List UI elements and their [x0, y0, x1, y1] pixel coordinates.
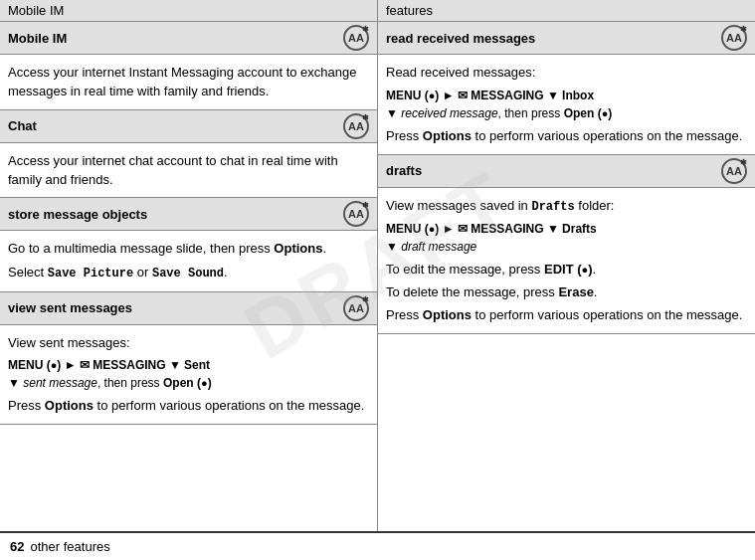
- view-sent-header: view sent messages A ✱: [0, 292, 377, 325]
- chat-icon: A ✱: [343, 113, 369, 139]
- mobile-im-header: Mobile IM A ✱: [0, 22, 377, 55]
- section-view-sent: view sent messages A ✱ View sent message…: [0, 292, 377, 426]
- view-sent-cmd: MENU (●) ► ✉ MESSAGING ▼ Sent ▼ sent mes…: [8, 356, 369, 392]
- left-column: Mobile IM Mobile IM A ✱ Access your inte…: [0, 0, 378, 531]
- drafts-text2: To edit the message, press EDIT (●).: [386, 261, 747, 280]
- section-drafts: drafts A ✱ View messages saved in Drafts…: [378, 155, 755, 334]
- mobile-im-text: Access your internet Instant Messaging a…: [8, 64, 369, 101]
- section-store-message: store message objects A ✱ Go to a multim…: [0, 198, 377, 291]
- chat-title: Chat: [8, 118, 37, 133]
- read-received-icon: A ✱: [721, 25, 747, 51]
- store-message-text1: Go to a multimedia message slide, then p…: [8, 240, 369, 259]
- drafts-body: View messages saved in Drafts folder: ME…: [378, 188, 755, 333]
- view-sent-icon: A ✱: [343, 295, 369, 321]
- store-message-text2: Select Save Picture or Save Sound.: [8, 264, 369, 282]
- drafts-title: drafts: [386, 163, 422, 178]
- store-message-header: store message objects A ✱: [0, 198, 377, 231]
- right-features-header: features: [378, 0, 755, 22]
- chat-text: Access your internet chat account to cha…: [8, 152, 369, 190]
- store-message-icon: A ✱: [343, 201, 369, 227]
- view-sent-body: View sent messages: MENU (●) ► ✉ MESSAGI…: [0, 325, 377, 425]
- drafts-text1: View messages saved in Drafts folder:: [386, 197, 747, 216]
- page-number: 62: [10, 539, 24, 554]
- mobile-im-icon: A ✱: [343, 25, 369, 51]
- section-chat: Chat A ✱ Access your internet chat accou…: [0, 110, 377, 199]
- read-received-cmd: MENU (●) ► ✉ MESSAGING ▼ Inbox ▼ receive…: [386, 87, 747, 122]
- read-received-text2: Press Options to perform various operati…: [386, 127, 747, 146]
- read-received-text1: Read received messages:: [386, 64, 747, 83]
- right-features-label: features: [386, 3, 433, 18]
- mobile-im-title: Mobile IM: [8, 31, 67, 46]
- store-message-body: Go to a multimedia message slide, then p…: [0, 231, 377, 290]
- drafts-cmd: MENU (●) ► ✉ MESSAGING ▼ Drafts ▼ draft …: [386, 220, 747, 256]
- section-mobile-im: Mobile IM A ✱ Access your internet Insta…: [0, 22, 377, 110]
- mobile-im-body: Access your internet Instant Messaging a…: [0, 55, 377, 109]
- read-received-title: read received messages: [386, 31, 535, 46]
- section-read-received: read received messages A ✱ Read received…: [378, 22, 755, 155]
- page-wrapper: DRAFT Mobile IM Mobile IM A ✱ Access you…: [0, 0, 755, 560]
- read-received-header: read received messages A ✱: [378, 22, 755, 55]
- view-sent-title: view sent messages: [8, 300, 132, 315]
- view-sent-text1: View sent messages:: [8, 334, 369, 353]
- drafts-icon: A ✱: [721, 158, 747, 184]
- drafts-header: drafts A ✱: [378, 155, 755, 188]
- footer-text: other features: [30, 539, 109, 554]
- left-features-label: Mobile IM: [8, 3, 64, 18]
- store-message-title: store message objects: [8, 207, 147, 222]
- left-features-header: Mobile IM: [0, 0, 377, 22]
- chat-header: Chat A ✱: [0, 110, 377, 143]
- footer: 62 other features: [0, 531, 755, 560]
- drafts-text3: To delete the message, press Erase.: [386, 283, 747, 302]
- view-sent-text2: Press Options to perform various operati…: [8, 397, 369, 416]
- read-received-body: Read received messages: MENU (●) ► ✉ MES…: [378, 55, 755, 154]
- chat-body: Access your internet chat account to cha…: [0, 143, 377, 198]
- drafts-text4: Press Options to perform various operati…: [386, 306, 747, 325]
- right-column: features read received messages A ✱ Read…: [378, 0, 755, 531]
